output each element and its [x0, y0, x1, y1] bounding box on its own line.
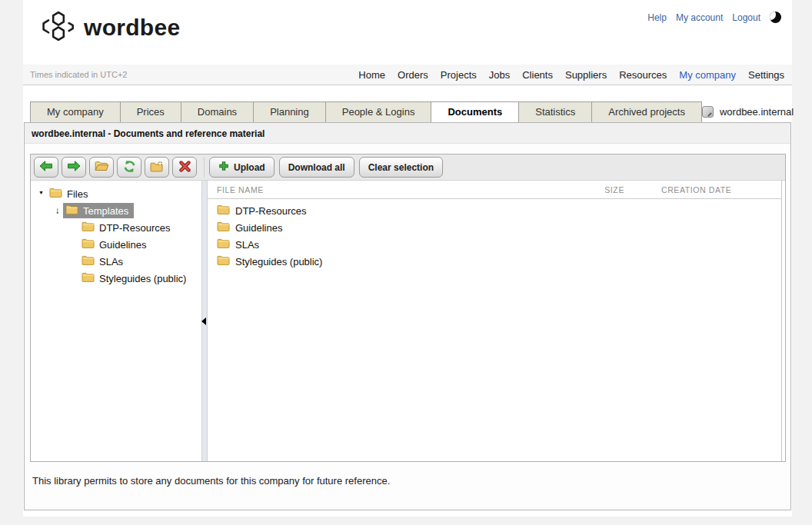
folder-icon: [82, 221, 95, 234]
company-context: wordbee.internal: [702, 106, 794, 122]
tree-expander-icon[interactable]: [52, 202, 63, 219]
file-list-rows: DTP-Resources: [208, 199, 781, 270]
nav-item[interactable]: Suppliers: [565, 69, 607, 81]
column-creation-date: CREATION DATE: [624, 185, 763, 194]
download-all-button[interactable]: Download all: [279, 157, 354, 178]
upload-button[interactable]: Upload: [209, 157, 275, 178]
panel-body: Upload Download all Clear selection: [25, 144, 790, 487]
file-list: FILE NAME SIZE CREATION DATE: [208, 181, 782, 461]
tree-node-label: DTP-Resources: [99, 222, 170, 234]
tree-node-label: Guidelines: [99, 239, 146, 251]
forward-button[interactable]: [62, 157, 86, 178]
tree-node[interactable]: Templates: [31, 202, 201, 219]
tree-node[interactable]: SLAs: [31, 253, 201, 270]
upload-label: Upload: [234, 162, 265, 173]
panel-splitter[interactable]: [201, 181, 208, 461]
nav-item[interactable]: Orders: [398, 69, 428, 81]
folder-icon: [49, 188, 62, 200]
nav-item[interactable]: My company: [679, 69, 736, 81]
nav-item[interactable]: Clients: [522, 69, 553, 81]
folder-icon: [217, 255, 230, 267]
main-nav: Home Orders Projects Jobs Clients Suppli…: [358, 69, 784, 81]
main-nav-band: Times indicated in UTC+2 Home Orders Pro…: [23, 65, 792, 85]
logout-link[interactable]: Logout: [732, 12, 760, 23]
collapse-arrow-icon[interactable]: [201, 317, 206, 325]
tab-label: Statistics: [535, 106, 575, 118]
file-row[interactable]: Styleguides (public): [208, 253, 781, 270]
delete-button[interactable]: [172, 157, 197, 178]
clear-selection-label: Clear selection: [368, 162, 434, 173]
folder-tree: Files: [31, 181, 201, 461]
folder-icon: [217, 238, 230, 251]
tab-label: My company: [47, 106, 104, 118]
company-icon: [702, 106, 714, 118]
file-list-header: FILE NAME SIZE CREATION DATE: [208, 181, 781, 199]
tab[interactable]: My company: [30, 101, 121, 122]
column-size: SIZE: [540, 185, 624, 194]
moon-icon[interactable]: [770, 12, 781, 23]
wordbee-logo-icon: [41, 9, 76, 46]
file-row[interactable]: Guidelines: [208, 219, 781, 236]
nav-item[interactable]: Home: [358, 69, 385, 81]
nav-item[interactable]: Resources: [619, 69, 667, 81]
top-links: Help My account Logout: [647, 12, 781, 23]
clear-selection-button[interactable]: Clear selection: [359, 157, 443, 178]
tab[interactable]: Documents: [431, 101, 519, 122]
refresh-button[interactable]: [117, 157, 141, 178]
folder-icon: [82, 272, 95, 284]
page-title: wordbee.internal - Documents and referen…: [25, 123, 790, 144]
nav-item[interactable]: Settings: [748, 69, 784, 81]
tab[interactable]: Archived projects: [591, 101, 702, 122]
library-description: This library permits to store any docume…: [32, 475, 784, 487]
tree-node[interactable]: Files: [31, 185, 201, 202]
folder-icon: [65, 204, 78, 217]
documents-panel: wordbee.internal - Documents and referen…: [24, 122, 791, 510]
arrow-forward-icon: [67, 161, 81, 174]
open-folder-button[interactable]: [89, 157, 114, 178]
wordbee-logo: wordbee: [41, 9, 180, 46]
back-button[interactable]: [34, 157, 58, 178]
refresh-icon: [123, 160, 136, 175]
tab[interactable]: Domains: [181, 101, 254, 122]
file-manager-body: Files: [31, 181, 785, 461]
open-folder-icon: [95, 161, 109, 174]
delete-icon: [179, 161, 191, 174]
tree-node-label: Files: [67, 188, 88, 200]
tab[interactable]: People & Logins: [325, 101, 432, 122]
tab-label: Archived projects: [608, 106, 685, 118]
file-row[interactable]: SLAs: [208, 236, 781, 253]
tree-node-label: SLAs: [99, 256, 123, 267]
tab-label: People & Logins: [342, 106, 415, 118]
folder-icon: [217, 221, 230, 234]
tree-node-label: Styleguides (public): [99, 273, 186, 284]
column-file-name: FILE NAME: [217, 185, 540, 194]
tree-node[interactable]: DTP-Resources: [31, 219, 201, 236]
arrow-back-icon: [39, 161, 53, 174]
file-row[interactable]: DTP-Resources: [208, 202, 781, 219]
toolbar-divider: [204, 157, 205, 178]
top-header: wordbee Help My account Logout: [23, 0, 792, 65]
file-manager: Upload Download all Clear selection: [30, 154, 786, 462]
nav-item[interactable]: Jobs: [489, 69, 510, 81]
tab-label: Domains: [198, 106, 237, 118]
company-name: wordbee.internal: [720, 106, 794, 118]
file-name: Guidelines: [235, 222, 282, 234]
my-account-link[interactable]: My account: [676, 12, 723, 23]
help-link[interactable]: Help: [647, 12, 667, 23]
toolbar: Upload Download all Clear selection: [31, 155, 785, 181]
tree-expander-icon[interactable]: [35, 184, 47, 203]
tab[interactable]: Statistics: [518, 101, 592, 122]
tab-bar: My company Prices Domains Planning Peopl…: [30, 101, 702, 122]
file-name: DTP-Resources: [235, 205, 306, 217]
tab-row: My company Prices Domains Planning Peopl…: [23, 85, 792, 122]
tab[interactable]: Prices: [120, 101, 181, 122]
tree-node[interactable]: Guidelines: [31, 236, 201, 253]
nav-item[interactable]: Projects: [441, 69, 477, 81]
logo-text: wordbee: [84, 15, 180, 41]
folder-icon: [82, 238, 95, 251]
toolbar-icon-group: [34, 157, 202, 178]
tab[interactable]: Planning: [253, 101, 326, 122]
folder-icon: [82, 255, 95, 267]
tree-node[interactable]: Styleguides (public): [31, 270, 201, 287]
new-folder-button[interactable]: [145, 157, 169, 178]
